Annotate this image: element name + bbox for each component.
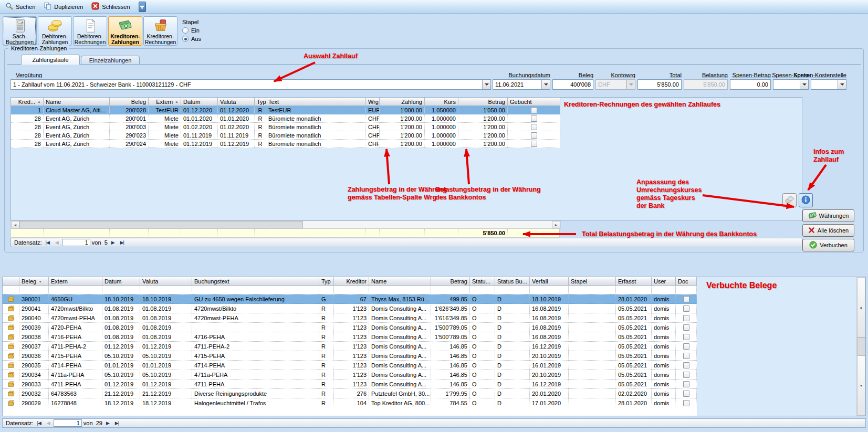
column-header[interactable]: Extern▲ [149,98,181,106]
table-row[interactable]: 2900374711-PEHA-201.12.201901.12.2019471… [3,342,697,351]
chevron-down-icon[interactable] [838,80,846,89]
filter-cell[interactable] [19,286,49,294]
alle-loeschen-button[interactable]: Alle löschen [802,224,854,237]
filter-cell[interactable] [652,286,676,294]
close-button[interactable]: Schliessen [88,1,135,12]
chevron-down-icon[interactable] [541,80,550,89]
previous-record-button[interactable]: ◀ [53,240,60,245]
record-position-input[interactable]: 1 [54,419,82,427]
last-record-button[interactable]: ▶| [118,240,126,245]
checkbox[interactable] [683,296,689,302]
scrollbar-thumb[interactable] [857,338,865,355]
first-record-button[interactable]: |◀ [35,420,43,426]
ribbon-button-debitoren-rechnungen[interactable]: Debitoren-Rechnungen [73,16,107,46]
checkbox[interactable] [683,315,689,321]
horizontal-scrollbar[interactable]: ◄ ► [11,220,561,229]
filter-cell[interactable] [530,286,569,294]
search-button[interactable]: Suchen [2,1,40,12]
checkbox[interactable] [683,391,689,397]
table-row[interactable]: 2900364715-PEHA05.10.201905.10.20194715-… [3,351,697,361]
column-header[interactable]: Kreditor [334,277,369,286]
column-header[interactable]: Kurs [425,98,458,106]
table-row[interactable]: 2900326478356321.12.201921.12.2019Divers… [3,389,697,398]
table-row[interactable]: 1Cloud Master AG, Alti...200'028TestEUR0… [11,106,560,114]
filter-cell[interactable] [616,286,652,294]
column-header[interactable] [3,277,19,286]
filter-cell[interactable] [495,286,530,294]
spesen-kostenstelle-input[interactable] [811,79,846,90]
waehrungen-button[interactable]: Währungen [802,209,854,222]
tab-zahlungslaeufe[interactable]: Zahlungsläufe [21,55,80,65]
verbuchen-button[interactable]: Verbuchen [802,239,854,251]
filter-cell[interactable] [470,286,495,294]
column-header[interactable]: Kred...▲ [11,98,44,106]
column-header[interactable]: Verfall [530,277,569,286]
beleg-input[interactable]: 400'008 [552,79,593,90]
scroll-left-icon[interactable]: ◄ [11,221,19,228]
table-row[interactable]: 28Event AG, Zürich290'023Miete01.11.2019… [11,131,560,140]
column-header[interactable]: Gebucht [508,98,560,106]
checkbox[interactable] [683,334,689,340]
record-position-input[interactable]: 1 [62,239,90,246]
table-row[interactable]: 2900334711-PEHA01.12.201901.12.20194711-… [3,380,697,389]
spesen-betrag-input[interactable]: 0.00 [730,79,771,90]
column-header[interactable]: Datum [102,277,140,286]
next-record-button[interactable]: ▶ [104,420,111,426]
ribbon-button-debitoren-zahlungen[interactable]: Debitoren-Zahlungen [38,16,72,46]
ribbon-button-sach-buchungen[interactable]: Sach-Buchungen [3,16,37,46]
filter-cell[interactable] [319,286,334,294]
scroll-up-icon[interactable]: ▲ [857,277,865,338]
scroll-down-icon[interactable]: ▼ [857,355,865,416]
scrollbar-thumb[interactable] [19,221,303,228]
column-header[interactable]: Buchungstext [192,277,319,286]
table-row[interactable]: 28Event AG, Zürich200'003Miete01.02.2020… [11,123,560,131]
first-record-button[interactable]: |◀ [44,240,51,245]
column-header[interactable]: Erfasst [616,277,652,286]
checkbox[interactable] [531,132,537,139]
checkbox[interactable] [683,305,689,312]
filter-row[interactable] [3,286,697,294]
zahllauf-select[interactable]: 1 - Zahllauf vom 11.06.2021 - Schweizer … [11,79,491,90]
table-row[interactable]: 2900354714-PEHA01.01.201901.01.20194714-… [3,361,697,370]
chevron-down-icon[interactable] [800,80,808,89]
column-header[interactable]: Beleg▼ [19,277,49,286]
filter-cell[interactable] [140,286,192,294]
radio-aus-icon[interactable] [182,36,189,42]
table-row[interactable]: 2900384716-PEHA01.08.201901.08.20194716-… [3,332,697,342]
scroll-right-icon[interactable]: ► [552,221,560,228]
checkbox[interactable] [531,124,537,130]
table-row[interactable]: 2900291627884818.12.201918.12.2019Haloge… [3,398,697,408]
table-row[interactable]: 2900414720mwst/Bilkto01.08.201901.08.201… [3,304,697,313]
column-header[interactable]: Extern [49,277,102,286]
column-header[interactable]: Name [369,277,431,286]
radio-ein-icon[interactable] [182,27,189,34]
table-row[interactable]: 3900014650GU18.10.201918.10.2019GU zu 46… [3,294,697,304]
tab-einzelzahlungen[interactable]: Einzelzahlungen [81,56,140,65]
column-header[interactable]: Typ [255,98,266,106]
filter-cell[interactable] [49,286,102,294]
column-header[interactable]: Name [44,98,110,106]
column-header[interactable]: Betrag [458,98,508,106]
filter-cell[interactable] [3,286,19,294]
column-header[interactable]: Wrg [366,98,380,106]
table-row[interactable]: 2900394720-PEHA01.08.201901.08.2019R1'12… [3,323,697,332]
checkbox[interactable] [683,353,689,359]
checkbox[interactable] [531,141,537,147]
ribbon-button-kreditoren-rechnungen[interactable]: Kreditoren-Rechnungen [143,16,177,46]
filter-cell[interactable] [369,286,431,294]
vertical-scrollbar[interactable]: ▲ ▼ [856,277,865,416]
checkbox[interactable] [531,115,537,122]
buchungsdatum-input[interactable]: 11.06.2021 [493,79,550,90]
checkbox[interactable] [683,324,689,331]
column-header[interactable]: User [652,277,676,286]
filter-cell[interactable] [192,286,319,294]
duplicate-button[interactable]: Duplizieren [40,1,88,12]
column-header[interactable]: Valuta [218,98,255,106]
previous-record-button[interactable]: ◀ [45,420,52,426]
column-header[interactable]: Stapel [569,277,616,286]
checkbox[interactable] [683,362,689,368]
column-header[interactable]: Statu... [470,277,495,286]
column-header[interactable]: Valuta [140,277,192,286]
checkbox[interactable] [683,381,689,387]
column-header[interactable]: Status Bu... [495,277,530,286]
